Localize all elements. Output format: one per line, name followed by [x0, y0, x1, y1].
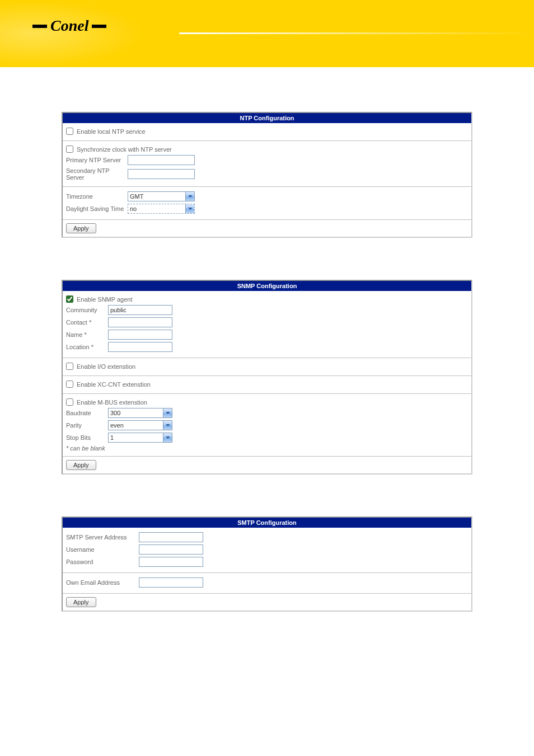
content: NTP Configuration Enable local NTP servi…: [0, 67, 534, 676]
dst-value[interactable]: [128, 204, 195, 214]
name-input[interactable]: [108, 330, 172, 340]
snmp-section-mbus: Enable M-BUS extenstion Baudrate Parity …: [63, 394, 471, 457]
timezone-value[interactable]: [128, 191, 195, 201]
timezone-label: Timezone: [66, 193, 128, 200]
enable-xccnt-checkbox[interactable]: [66, 381, 73, 388]
smtp-username-label: Username: [66, 546, 139, 553]
stopbits-value[interactable]: [108, 433, 172, 443]
snmp-note: * can be blank: [66, 444, 468, 452]
smtp-password-input[interactable]: [139, 557, 203, 567]
smtp-footer: Apply: [63, 594, 471, 611]
smtp-title: SMTP Configuration: [63, 518, 471, 528]
own-email-label: Own Email Address: [66, 579, 139, 586]
enable-local-ntp-label: Enable local NTP service: [77, 128, 146, 135]
enable-io-label: Enable I/O extenstion: [77, 363, 135, 370]
secondary-ntp-input[interactable]: [128, 169, 195, 179]
timezone-select[interactable]: [128, 191, 195, 201]
logo: Conel: [50, 17, 88, 35]
enable-xccnt-label: Enable XC-CNT extenstion: [77, 381, 151, 388]
header-swoosh: [179, 32, 534, 34]
contact-input[interactable]: [108, 317, 172, 327]
smtp-section-own: Own Email Address: [63, 573, 471, 594]
parity-select[interactable]: [108, 420, 172, 430]
snmp-apply-button[interactable]: Apply: [66, 460, 96, 470]
smtp-server-label: SMTP Server Address: [66, 534, 139, 541]
community-input[interactable]: [108, 305, 172, 315]
ntp-section-local: Enable local NTP service: [63, 123, 471, 141]
baudrate-select[interactable]: [108, 408, 172, 418]
contact-label: Contact *: [66, 319, 108, 326]
primary-ntp-label: Primary NTP Server: [66, 157, 128, 163]
ntp-section-tz: Timezone Daylight Saving Time: [63, 187, 471, 220]
snmp-title: SNMP Configuration: [63, 281, 471, 291]
snmp-footer: Apply: [63, 457, 471, 473]
baudrate-label: Baudrate: [66, 410, 108, 416]
stopbits-label: Stop Bits: [66, 434, 108, 441]
sync-ntp-label: Synchronize clock with NTP server: [77, 146, 172, 153]
stopbits-select[interactable]: [108, 433, 172, 443]
enable-local-ntp-checkbox[interactable]: [66, 128, 73, 135]
name-label: Name *: [66, 331, 108, 338]
ntp-footer: Apply: [63, 220, 471, 237]
enable-snmp-agent-label: Enable SNMP agent: [77, 296, 132, 303]
enable-io-checkbox[interactable]: [66, 363, 73, 370]
baudrate-value[interactable]: [108, 408, 172, 418]
snmp-section-xccnt: Enable XC-CNT extenstion: [63, 376, 471, 394]
parity-label: Parity: [66, 422, 108, 429]
enable-mbus-checkbox[interactable]: [66, 398, 73, 406]
community-label: Community: [66, 307, 108, 313]
ntp-panel: NTP Configuration Enable local NTP servi…: [62, 112, 472, 238]
enable-mbus-label: Enable M-BUS extenstion: [77, 399, 147, 406]
parity-value[interactable]: [108, 420, 172, 430]
page-header: Conel: [0, 0, 534, 67]
location-input[interactable]: [108, 342, 172, 352]
secondary-ntp-label: Secondary NTP Server: [66, 167, 128, 181]
dst-select[interactable]: [128, 204, 195, 214]
snmp-panel: SNMP Configuration Enable SNMP agent Com…: [62, 280, 472, 475]
smtp-panel: SMTP Configuration SMTP Server Address U…: [62, 516, 472, 612]
own-email-input[interactable]: [139, 577, 203, 588]
smtp-server-input[interactable]: [139, 532, 203, 542]
smtp-section-server: SMTP Server Address Username Password: [63, 528, 471, 573]
ntp-title: NTP Configuration: [63, 113, 471, 123]
sync-ntp-checkbox[interactable]: [66, 145, 73, 153]
ntp-apply-button[interactable]: Apply: [66, 223, 96, 233]
primary-ntp-input[interactable]: [128, 155, 195, 165]
snmp-section-agent: Enable SNMP agent Community Contact * Na…: [63, 291, 471, 358]
ntp-section-sync: Synchronize clock with NTP server Primar…: [63, 141, 471, 187]
enable-snmp-agent-checkbox[interactable]: [66, 295, 73, 303]
location-label: Location *: [66, 344, 108, 350]
snmp-section-io: Enable I/O extenstion: [63, 358, 471, 376]
dst-label: Daylight Saving Time: [66, 205, 128, 212]
smtp-username-input[interactable]: [139, 544, 203, 555]
smtp-password-label: Password: [66, 558, 139, 565]
smtp-apply-button[interactable]: Apply: [66, 597, 96, 607]
